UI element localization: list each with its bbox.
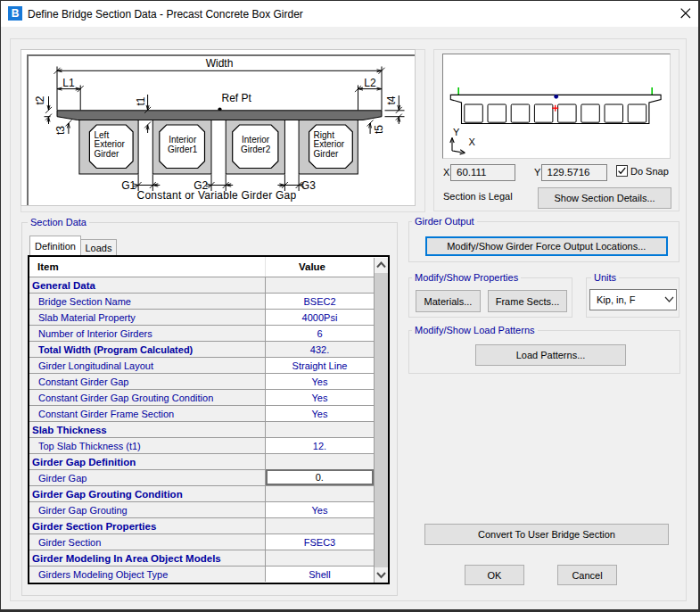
svg-text:Exterior: Exterior [314,139,345,149]
svg-text:Constant or Variable Girder Ga: Constant or Variable Girder Gap [137,189,297,202]
svg-text:G3: G3 [301,179,316,192]
svg-text:Girder1: Girder1 [168,145,198,154]
svg-text:t3: t3 [54,126,67,135]
svg-text:L2: L2 [364,77,376,89]
svg-text:G1: G1 [121,179,136,192]
svg-text:t4: t4 [385,95,398,104]
svg-text:Interior: Interior [242,135,270,145]
svg-text:Girder: Girder [95,149,119,159]
svg-text:L1: L1 [62,77,75,89]
svg-text:Right: Right [314,130,335,140]
svg-text:Y: Y [453,127,460,137]
svg-text:Left: Left [95,130,110,140]
svg-text:t5: t5 [373,125,385,134]
svg-text:Girder2: Girder2 [241,145,271,154]
svg-text:Width: Width [206,57,234,70]
svg-text:t2: t2 [34,95,46,104]
svg-text:Girder: Girder [314,149,339,159]
svg-text:X: X [469,136,476,147]
svg-text:Ref Pt: Ref Pt [222,92,252,104]
svg-text:Exterior: Exterior [95,139,126,149]
svg-text:Interior: Interior [169,135,197,145]
svg-text:t1: t1 [135,96,147,105]
